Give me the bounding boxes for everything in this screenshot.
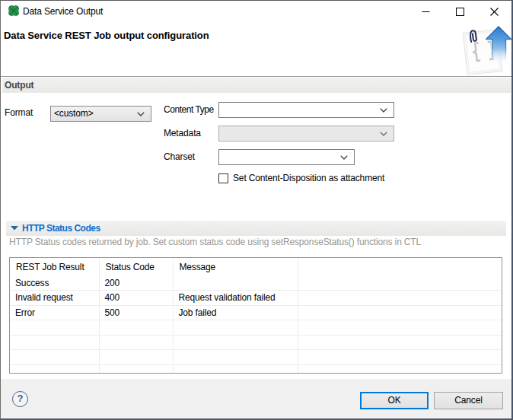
column-header[interactable]: Status Code (99, 258, 173, 275)
attachment-checkbox[interactable] (218, 173, 228, 183)
cancel-button[interactable]: Cancel (434, 392, 503, 409)
button-bar: ? OK Cancel (1, 379, 511, 418)
table-cell (298, 291, 502, 306)
metadata-label: Metadata (164, 129, 201, 138)
maximize-icon (456, 8, 464, 16)
charset-label: Charset (164, 152, 195, 162)
table-cell (298, 364, 502, 374)
maximize-button[interactable] (443, 1, 477, 23)
table-row[interactable] (10, 320, 502, 336)
table-cell (298, 305, 502, 320)
status-codes-table: REST Job ResultStatus CodeMessage Succes… (9, 257, 502, 374)
table-cell (173, 320, 298, 336)
help-icon[interactable]: ? (12, 391, 28, 407)
table-row[interactable] (10, 335, 502, 350)
dialog-title: Data Service REST Job output configurati… (4, 30, 209, 41)
chevron-down-icon (380, 108, 387, 113)
title-separator (1, 76, 511, 77)
table-cell (10, 364, 99, 374)
table-cell: 500 (99, 305, 173, 320)
table-cell (99, 364, 173, 374)
table-cell: 200 (99, 275, 173, 291)
table-cell (10, 350, 99, 365)
table-row[interactable]: Error500Job failed (10, 305, 502, 320)
table-row[interactable]: Invalid request400Request validation fai… (10, 291, 502, 306)
table-cell (99, 320, 173, 336)
metadata-combo (218, 126, 394, 142)
column-header[interactable]: REST Job Result (10, 258, 99, 275)
table-cell (298, 335, 502, 350)
table-cell (173, 275, 298, 291)
data-service-output-dialog: Data Service Output Data Service REST Jo… (0, 0, 513, 420)
ok-button[interactable]: OK (360, 392, 429, 409)
table-row[interactable] (10, 364, 502, 374)
table-row[interactable] (10, 350, 502, 365)
output-section-title: Output (5, 80, 33, 91)
table-cell (99, 335, 173, 350)
format-dropdown[interactable]: <custom> (50, 106, 151, 122)
table-cell: Job failed (173, 305, 298, 320)
format-label: Format (5, 108, 33, 118)
http-status-section-header[interactable]: HTTP Status Codes (6, 221, 506, 236)
http-status-description: HTTP Status codes returned by job. Set c… (9, 237, 421, 247)
table-cell: Invalid request (10, 291, 99, 306)
table-cell: Error (10, 305, 99, 320)
charset-combo[interactable] (218, 149, 355, 165)
table-row[interactable]: Success200 (10, 275, 502, 291)
minimize-button[interactable] (409, 1, 443, 23)
table-cell (298, 320, 502, 336)
content-type-label: Content Type (164, 105, 214, 115)
table-cell: Success (10, 275, 99, 291)
collapse-triangle-icon (11, 226, 18, 231)
table-cell: 400 (99, 291, 173, 306)
output-section-header: Output (2, 78, 511, 93)
minimize-icon (422, 8, 430, 16)
table-cell (10, 320, 99, 336)
table-cell (173, 364, 298, 374)
http-status-section-title: HTTP Status Codes (22, 223, 100, 234)
close-icon (490, 8, 499, 16)
column-header[interactable] (298, 258, 502, 275)
table-cell (10, 335, 99, 350)
clover-app-icon (8, 5, 20, 17)
table-cell (173, 350, 298, 365)
chevron-down-icon (340, 155, 348, 160)
column-header[interactable]: Message (173, 258, 298, 275)
close-button[interactable] (477, 1, 511, 23)
chevron-down-icon (380, 132, 387, 136)
attachment-checkbox-label: Set Content-Disposition as attachment (233, 173, 384, 183)
table-header: REST Job ResultStatus CodeMessage (10, 258, 502, 275)
table-cell (298, 275, 502, 291)
table-cell (298, 350, 502, 365)
chevron-down-icon (137, 112, 145, 116)
table-cell (99, 350, 173, 365)
rest-job-output-icon (460, 24, 512, 75)
format-value: <custom> (54, 108, 94, 119)
titlebar[interactable]: Data Service Output (1, 1, 511, 23)
window-title: Data Service Output (23, 1, 103, 23)
content-type-combo[interactable] (218, 102, 394, 118)
table-cell (173, 335, 298, 350)
table-cell: Request validation failed (173, 291, 298, 306)
